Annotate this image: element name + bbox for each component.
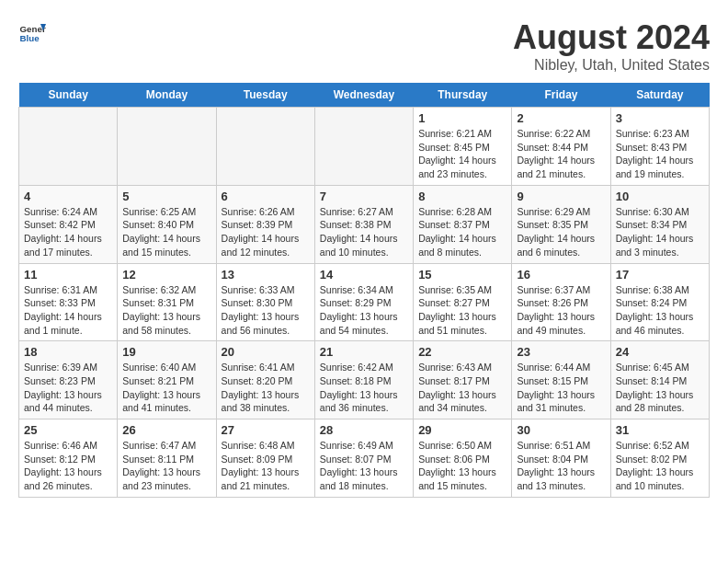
- day-info: Sunrise: 6:23 AMSunset: 8:43 PMDaylight:…: [616, 127, 704, 181]
- day-info: Sunrise: 6:33 AMSunset: 8:30 PMDaylight:…: [222, 283, 310, 338]
- day-number: 21: [320, 345, 408, 359]
- day-info: Sunrise: 6:27 AMSunset: 8:38 PMDaylight:…: [320, 205, 408, 259]
- day-info: Sunrise: 6:30 AMSunset: 8:34 PMDaylight:…: [616, 205, 704, 259]
- day-info: Sunrise: 6:22 AMSunset: 8:44 PMDaylight:…: [517, 127, 605, 181]
- day-info: Sunrise: 6:39 AMSunset: 8:23 PMDaylight:…: [24, 361, 112, 415]
- calendar-day-cell: 9Sunrise: 6:29 AMSunset: 8:35 PMDaylight…: [512, 185, 610, 263]
- calendar-day-cell: 31Sunrise: 6:52 AMSunset: 8:02 PMDayligh…: [610, 419, 709, 498]
- day-info: Sunrise: 6:43 AMSunset: 8:17 PMDaylight:…: [418, 361, 506, 415]
- day-number: 5: [122, 190, 210, 203]
- calendar-day-cell: 26Sunrise: 6:47 AMSunset: 8:11 PMDayligh…: [118, 419, 216, 498]
- calendar-day-cell: 1Sunrise: 6:21 AMSunset: 8:45 PMDaylight…: [414, 108, 512, 186]
- day-number: 10: [616, 190, 704, 203]
- calendar-day-cell: 29Sunrise: 6:50 AMSunset: 8:06 PMDayligh…: [414, 419, 512, 498]
- calendar-day-cell: 28Sunrise: 6:49 AMSunset: 8:07 PMDayligh…: [314, 419, 413, 498]
- day-number: 30: [517, 423, 605, 437]
- day-info: Sunrise: 6:24 AMSunset: 8:42 PMDaylight:…: [24, 205, 112, 259]
- calendar-day-cell: 27Sunrise: 6:48 AMSunset: 8:09 PMDayligh…: [216, 419, 314, 498]
- day-number: 9: [517, 190, 605, 203]
- day-info: Sunrise: 6:38 AMSunset: 8:24 PMDaylight:…: [616, 283, 704, 338]
- title-block: August 2024 Nibley, Utah, United States: [513, 18, 710, 74]
- calendar-week-row: 1Sunrise: 6:21 AMSunset: 8:45 PMDaylight…: [19, 108, 710, 186]
- calendar-day-cell: 10Sunrise: 6:30 AMSunset: 8:34 PMDayligh…: [610, 185, 709, 263]
- calendar-day-cell: [19, 108, 118, 186]
- day-number: 20: [222, 345, 310, 359]
- day-info: Sunrise: 6:25 AMSunset: 8:40 PMDaylight:…: [122, 205, 210, 259]
- calendar-week-row: 11Sunrise: 6:31 AMSunset: 8:33 PMDayligh…: [19, 263, 710, 341]
- day-number: 1: [418, 111, 506, 125]
- calendar-day-cell: 25Sunrise: 6:46 AMSunset: 8:12 PMDayligh…: [19, 419, 118, 498]
- calendar-day-cell: 17Sunrise: 6:38 AMSunset: 8:24 PMDayligh…: [610, 263, 709, 341]
- day-number: 11: [24, 268, 112, 282]
- day-info: Sunrise: 6:48 AMSunset: 8:09 PMDaylight:…: [222, 439, 310, 493]
- logo: General Blue: [18, 18, 46, 46]
- calendar-day-cell: 3Sunrise: 6:23 AMSunset: 8:43 PMDaylight…: [610, 108, 709, 186]
- calendar-day-cell: 5Sunrise: 6:25 AMSunset: 8:40 PMDaylight…: [118, 185, 216, 263]
- month-year-title: August 2024: [513, 18, 710, 57]
- day-info: Sunrise: 6:47 AMSunset: 8:11 PMDaylight:…: [122, 439, 210, 493]
- weekday-header: Sunday: [19, 83, 118, 108]
- calendar-week-row: 4Sunrise: 6:24 AMSunset: 8:42 PMDaylight…: [19, 185, 710, 263]
- calendar-day-cell: 19Sunrise: 6:40 AMSunset: 8:21 PMDayligh…: [118, 341, 216, 419]
- day-number: 15: [418, 268, 506, 282]
- day-number: 13: [222, 268, 310, 282]
- day-number: 18: [24, 345, 112, 359]
- calendar-day-cell: 13Sunrise: 6:33 AMSunset: 8:30 PMDayligh…: [216, 263, 314, 341]
- day-number: 31: [616, 423, 704, 437]
- day-info: Sunrise: 6:44 AMSunset: 8:15 PMDaylight:…: [517, 361, 605, 415]
- day-info: Sunrise: 6:32 AMSunset: 8:31 PMDaylight:…: [122, 283, 210, 338]
- calendar-day-cell: 4Sunrise: 6:24 AMSunset: 8:42 PMDaylight…: [19, 185, 118, 263]
- calendar-day-cell: 23Sunrise: 6:44 AMSunset: 8:15 PMDayligh…: [512, 341, 610, 419]
- day-number: 16: [517, 268, 605, 282]
- day-number: 29: [418, 423, 506, 437]
- day-info: Sunrise: 6:35 AMSunset: 8:27 PMDaylight:…: [418, 283, 506, 338]
- weekday-header: Wednesday: [314, 83, 413, 108]
- day-number: 12: [122, 268, 210, 282]
- day-number: 24: [616, 345, 704, 359]
- calendar-table: SundayMondayTuesdayWednesdayThursdayFrid…: [18, 83, 710, 498]
- day-number: 26: [122, 423, 210, 437]
- day-info: Sunrise: 6:34 AMSunset: 8:29 PMDaylight:…: [320, 283, 408, 338]
- day-info: Sunrise: 6:51 AMSunset: 8:04 PMDaylight:…: [517, 439, 605, 493]
- day-number: 23: [517, 345, 605, 359]
- day-number: 25: [24, 423, 112, 437]
- calendar-day-cell: 12Sunrise: 6:32 AMSunset: 8:31 PMDayligh…: [118, 263, 216, 341]
- calendar-day-cell: 24Sunrise: 6:45 AMSunset: 8:14 PMDayligh…: [610, 341, 709, 419]
- day-number: 27: [222, 423, 310, 437]
- day-number: 19: [122, 345, 210, 359]
- calendar-day-cell: 2Sunrise: 6:22 AMSunset: 8:44 PMDaylight…: [512, 108, 610, 186]
- weekday-header: Saturday: [610, 83, 709, 108]
- calendar-day-cell: 21Sunrise: 6:42 AMSunset: 8:18 PMDayligh…: [314, 341, 413, 419]
- calendar-day-cell: 30Sunrise: 6:51 AMSunset: 8:04 PMDayligh…: [512, 419, 610, 498]
- calendar-day-cell: [216, 108, 314, 186]
- logo-icon: General Blue: [18, 18, 46, 46]
- day-info: Sunrise: 6:37 AMSunset: 8:26 PMDaylight:…: [517, 283, 605, 338]
- day-number: 6: [222, 190, 310, 203]
- weekday-header: Thursday: [414, 83, 512, 108]
- weekday-header: Tuesday: [216, 83, 314, 108]
- day-number: 7: [320, 190, 408, 203]
- day-info: Sunrise: 6:31 AMSunset: 8:33 PMDaylight:…: [24, 283, 112, 338]
- day-info: Sunrise: 6:49 AMSunset: 8:07 PMDaylight:…: [320, 439, 408, 493]
- day-number: 4: [24, 190, 112, 203]
- calendar-day-cell: 16Sunrise: 6:37 AMSunset: 8:26 PMDayligh…: [512, 263, 610, 341]
- weekday-header: Friday: [512, 83, 610, 108]
- day-info: Sunrise: 6:28 AMSunset: 8:37 PMDaylight:…: [418, 205, 506, 259]
- day-info: Sunrise: 6:42 AMSunset: 8:18 PMDaylight:…: [320, 361, 408, 415]
- page-header: General Blue August 2024 Nibley, Utah, U…: [18, 18, 710, 74]
- day-info: Sunrise: 6:46 AMSunset: 8:12 PMDaylight:…: [24, 439, 112, 493]
- calendar-day-cell: 14Sunrise: 6:34 AMSunset: 8:29 PMDayligh…: [314, 263, 413, 341]
- day-number: 28: [320, 423, 408, 437]
- day-info: Sunrise: 6:40 AMSunset: 8:21 PMDaylight:…: [122, 361, 210, 415]
- calendar-day-cell: [118, 108, 216, 186]
- day-number: 14: [320, 268, 408, 282]
- calendar-day-cell: 8Sunrise: 6:28 AMSunset: 8:37 PMDaylight…: [414, 185, 512, 263]
- calendar-day-cell: 22Sunrise: 6:43 AMSunset: 8:17 PMDayligh…: [414, 341, 512, 419]
- day-number: 22: [418, 345, 506, 359]
- calendar-day-cell: 18Sunrise: 6:39 AMSunset: 8:23 PMDayligh…: [19, 341, 118, 419]
- day-number: 3: [616, 111, 704, 125]
- calendar-day-cell: [314, 108, 413, 186]
- calendar-week-row: 18Sunrise: 6:39 AMSunset: 8:23 PMDayligh…: [19, 341, 710, 419]
- day-info: Sunrise: 6:45 AMSunset: 8:14 PMDaylight:…: [616, 361, 704, 415]
- calendar-week-row: 25Sunrise: 6:46 AMSunset: 8:12 PMDayligh…: [19, 419, 710, 498]
